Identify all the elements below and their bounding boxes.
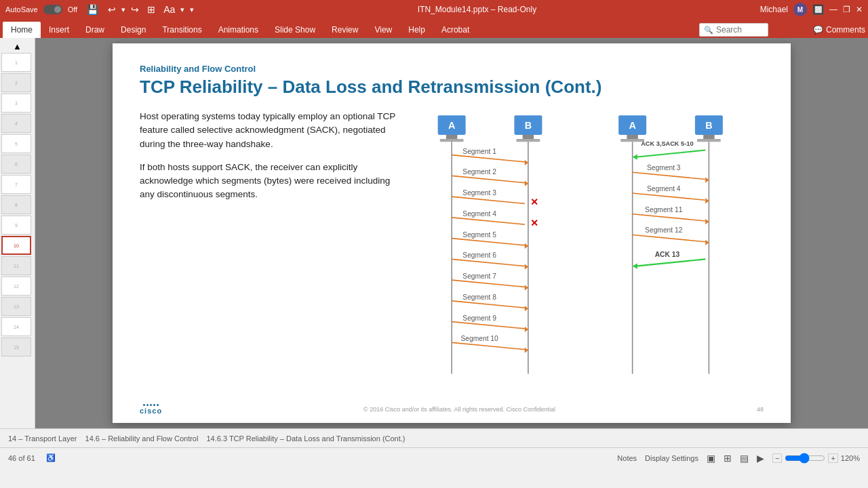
seg2-label: Segment 2 xyxy=(462,169,496,176)
tab-acrobat[interactable]: Acrobat xyxy=(433,22,477,38)
minimize-icon[interactable]: — xyxy=(829,5,837,14)
seg4-label: Segment 4 xyxy=(462,210,496,218)
ack13-arrow xyxy=(636,260,706,266)
search-box[interactable]: 🔍 xyxy=(699,23,768,37)
seg10-arrow xyxy=(452,343,525,350)
zoom-plus-button[interactable]: + xyxy=(828,453,837,463)
slide-canvas-area: Reliability and Flow Control TCP Reliabi… xyxy=(35,38,868,428)
zoom-minus-button[interactable]: − xyxy=(772,453,782,463)
undo-dropdown[interactable]: ▾ xyxy=(121,5,125,14)
tab-slideshow[interactable]: Slide Show xyxy=(267,22,323,38)
slide-footer: cisco © 2016 Cisco and/or its affiliates… xyxy=(140,404,764,415)
tab-draw[interactable]: Draw xyxy=(77,22,113,38)
tab-animations[interactable]: Animations xyxy=(210,22,267,38)
slide-thumb-14[interactable]: 14 xyxy=(1,317,31,336)
comments-button[interactable]: 💬 Comments xyxy=(813,25,865,35)
paragraph-2: If both hosts support SACK, the receiver… xyxy=(140,161,397,202)
slide-title: TCP Reliability – Data Loss and Retransm… xyxy=(140,77,764,98)
window-title: ITN_Module14.pptx – Read-Only xyxy=(199,5,754,14)
r-seg11-arrow xyxy=(633,214,706,221)
r-seg4-arrowhead xyxy=(705,198,709,203)
slide-thumb-13[interactable]: 13 xyxy=(1,297,31,316)
display-settings-button[interactable]: Display Settings xyxy=(645,454,698,462)
seg8-label: Segment 8 xyxy=(462,293,496,301)
share-icon: ↗ xyxy=(775,25,782,35)
tab-help[interactable]: Help xyxy=(400,22,433,38)
slide-thumb-10[interactable]: 10 xyxy=(1,236,31,255)
right-host-b-icon: B xyxy=(695,115,723,142)
svg-rect-15 xyxy=(697,139,721,142)
view-normal-icon[interactable]: ▣ xyxy=(707,453,715,464)
svg-text:A: A xyxy=(448,120,455,131)
slide-thumb-9[interactable]: 9 xyxy=(1,216,31,235)
footer-page: 48 xyxy=(757,406,764,413)
user-avatar[interactable]: M xyxy=(793,3,807,16)
zoom-level: 120% xyxy=(841,454,860,462)
slide-thumbnail-panel: ▲ 1 2 3 4 5 6 7 8 9 10 11 12 13 14 15 xyxy=(0,38,35,428)
slide-thumb-7[interactable]: 7 xyxy=(1,175,31,194)
cisco-dot-3 xyxy=(150,404,152,406)
notes-bar: 14 – Transport Layer 14.6 – Reliability … xyxy=(0,428,868,447)
layout-icon[interactable]: ⊞ xyxy=(147,4,155,15)
tab-home[interactable]: Home xyxy=(3,22,41,38)
seg6-label: Segment 6 xyxy=(462,252,496,260)
collapse-ribbon-icon[interactable]: 🔲 xyxy=(812,4,824,15)
redo-icon[interactable]: ↪ xyxy=(131,4,139,15)
r-seg12-label: Segment 12 xyxy=(645,227,683,235)
view-slideshow-icon[interactable]: ▶ xyxy=(757,453,764,464)
slide-thumb-1[interactable]: 1 xyxy=(1,53,31,72)
search-icon: 🔍 xyxy=(704,26,713,35)
restore-icon[interactable]: ❐ xyxy=(843,5,850,14)
autosave-label: AutoSave xyxy=(5,5,38,14)
seg9-label: Segment 9 xyxy=(462,314,496,322)
status-right: Notes Display Settings ▣ ⊞ ▤ ▶ − + 120% xyxy=(617,453,860,464)
slide-text-content: Host operating systems today typically e… xyxy=(140,110,397,388)
slide-thumb-5[interactable]: 5 xyxy=(1,134,31,153)
tab-design[interactable]: Design xyxy=(113,22,154,38)
save-icon[interactable]: 💾 xyxy=(87,4,98,15)
slide-thumb-2[interactable]: 2 xyxy=(1,73,31,92)
slide-thumb-8[interactable]: 8 xyxy=(1,195,31,214)
slide-thumb-6[interactable]: 6 xyxy=(1,155,31,174)
more-icon[interactable]: ▾ xyxy=(190,5,194,14)
close-icon[interactable]: ✕ xyxy=(856,5,863,14)
slide-thumb-11[interactable]: 11 xyxy=(1,256,31,275)
slide-thumb-15[interactable]: 15 xyxy=(1,338,31,357)
tab-view[interactable]: View xyxy=(366,22,400,38)
seg1-label: Segment 1 xyxy=(462,148,496,155)
autosave-toggle[interactable] xyxy=(43,5,62,14)
format-dropdown[interactable]: ▾ xyxy=(180,5,184,14)
panel-scroll-up[interactable]: ▲ xyxy=(1,41,33,52)
slide-thumb-3[interactable]: 3 xyxy=(1,94,31,113)
seg4-fail-x: ✕ xyxy=(530,218,538,228)
search-input[interactable] xyxy=(716,25,764,35)
autosave-state: Off xyxy=(68,5,77,14)
slide-thumb-4[interactable]: 4 xyxy=(1,114,31,133)
svg-text:A: A xyxy=(629,120,635,131)
svg-rect-2 xyxy=(446,135,457,139)
notes-button[interactable]: Notes xyxy=(617,454,637,462)
tab-review[interactable]: Review xyxy=(323,22,366,38)
left-host-b-icon: B xyxy=(514,115,542,142)
notes-line-2: 14.6 – Reliability and Flow Control xyxy=(85,434,199,443)
cisco-logo: cisco xyxy=(140,404,162,415)
cisco-dot-1 xyxy=(143,404,145,406)
r-seg4-label: Segment 4 xyxy=(647,185,681,192)
tab-insert[interactable]: Insert xyxy=(41,22,77,38)
tab-transitions[interactable]: Transitions xyxy=(154,22,210,38)
format-icon[interactable]: Aa xyxy=(163,4,175,15)
seg9-arrow xyxy=(452,322,525,329)
view-grid-icon[interactable]: ⊞ xyxy=(724,453,732,464)
seg7-arrow xyxy=(452,280,525,287)
username: Michael xyxy=(760,5,788,14)
r-seg3-arrow xyxy=(633,172,706,179)
r-seg12-arrowhead xyxy=(705,240,709,245)
zoom-slider[interactable] xyxy=(785,453,825,464)
slide-thumb-12[interactable]: 12 xyxy=(1,277,31,296)
view-reading-icon[interactable]: ▤ xyxy=(740,453,749,464)
share-button[interactable]: ↗ Share xyxy=(775,25,806,35)
cisco-text: cisco xyxy=(140,407,162,415)
slide[interactable]: Reliability and Flow Control TCP Reliabi… xyxy=(113,43,791,423)
undo-icon[interactable]: ↩ xyxy=(108,4,116,15)
slide-subtitle: Reliability and Flow Control xyxy=(140,64,764,74)
